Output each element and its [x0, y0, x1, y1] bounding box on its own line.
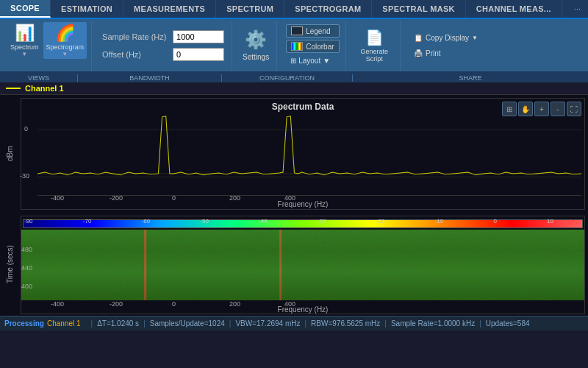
sample-rate-input[interactable]: [173, 30, 224, 43]
status-samples: Samples/Update=1024: [150, 319, 225, 328]
y-tick-0: 0: [24, 125, 28, 132]
spectrogram-view-icon: 🌈: [55, 24, 75, 43]
spectrogram-view-button[interactable]: 🌈 Spectrogram ▼: [43, 22, 87, 59]
copy-display-button[interactable]: 📋 Copy Display ▼: [411, 32, 481, 43]
zoom-out-tool[interactable]: -: [551, 102, 565, 116]
tab-overflow-button[interactable]: ···: [567, 0, 588, 18]
tab-spectral-mask[interactable]: SPECTRAL MASK: [372, 0, 465, 18]
spectrum-x-axis-label: Frequency (Hz): [21, 200, 584, 208]
status-updates: Updates=584: [486, 319, 530, 328]
layout-label: Layout: [298, 57, 320, 65]
layout-icon: ⊞: [290, 57, 296, 65]
tab-scope[interactable]: SCOPE: [0, 0, 51, 18]
sample-rate-label: Sample Rate (Hz): [102, 32, 168, 41]
offset-input[interactable]: [173, 48, 224, 61]
layout-arrow-icon: ▼: [323, 57, 330, 65]
status-delta-t: ΔT=1.0240 s: [97, 319, 139, 328]
share-section-label: SHARE: [353, 74, 588, 82]
plot-tools: ⊞ ✋ + - ⛶: [502, 102, 581, 116]
status-sep-5: |: [384, 319, 387, 328]
legend-label: Legend: [306, 27, 330, 35]
status-processing: Processing: [4, 319, 44, 328]
colorbar-unit: dBm: [567, 219, 581, 226]
spectrogram-y-axis-label: Time (secs): [0, 213, 21, 316]
tab-estimation[interactable]: ESTIMATION: [51, 0, 123, 18]
bandwidth-section-label: BANDWIDTH: [78, 74, 222, 82]
copy-display-label: Copy Display: [426, 34, 469, 42]
status-sep-2: |: [143, 319, 146, 328]
colorbar-button[interactable]: Colorbar: [286, 40, 339, 53]
spectrogram-plot-area[interactable]: dBm -80 -70 -60 -50 -40 -30 -20 -10 0 10: [21, 216, 585, 314]
status-channel: Channel 1: [47, 319, 81, 328]
offset-row: Offset (Hz): [102, 48, 224, 61]
configuration-section-label: CONFIGURATION: [222, 74, 353, 82]
spectrogram-plot-container: Time (secs) dBm -80 -70 -60 -50 -40 -30 …: [0, 213, 588, 316]
tab-channel-meas[interactable]: CHANNEL MEAS...: [466, 0, 562, 18]
print-button[interactable]: 🖨️ Print: [411, 48, 481, 59]
spectrum-y-axis-label: dBm: [0, 95, 21, 213]
generate-script-label: GenerateScript: [361, 48, 389, 63]
copy-display-arrow: ▼: [472, 35, 478, 41]
svg-rect-4: [21, 230, 584, 300]
status-bar: Processing Channel 1 | ΔT=1.0240 s | Sam…: [0, 316, 588, 330]
status-sep-4: |: [304, 319, 306, 328]
print-icon: 🖨️: [414, 49, 423, 57]
y-tick-400: 400: [21, 283, 32, 290]
colorbar-icon: [291, 42, 303, 51]
status-sep-3: |: [229, 319, 232, 328]
spectrogram-x-axis-label: Frequency (Hz): [21, 305, 584, 314]
zoom-in-tool[interactable]: +: [534, 102, 549, 116]
status-sample-rate: Sample Rate=1.0000 kHz: [391, 319, 475, 328]
channel-label-text: Channel 1: [25, 84, 64, 93]
spectrum-view-button[interactable]: 📊 Spectrum ▼: [7, 22, 42, 59]
full-view-tool[interactable]: ⛶: [567, 102, 581, 116]
settings-label: Settings: [243, 53, 269, 61]
layout-button[interactable]: ⊞ Layout ▼: [286, 55, 339, 66]
y-tick-480: 480: [21, 246, 32, 253]
legend-icon: [291, 26, 303, 35]
legend-button[interactable]: Legend: [286, 24, 339, 38]
settings-icon: ⚙️: [245, 29, 267, 50]
status-vbw: VBW=17.2694 mHz: [235, 319, 300, 328]
tab-spectrum[interactable]: SPECTRUM: [216, 0, 284, 18]
tab-bar: SCOPE ESTIMATION MEASUREMENTS SPECTRUM S…: [0, 0, 588, 19]
views-section-label: VIEWS: [0, 74, 78, 82]
zoom-fit-tool[interactable]: ⊞: [502, 102, 517, 116]
status-sep-1: |: [91, 319, 93, 328]
spectrum-plot-area[interactable]: Spectrum Data 0 -30 -400 -200 0 200 400 …: [21, 98, 585, 210]
copy-display-icon: 📋: [414, 34, 423, 42]
channel-color-line: [6, 88, 21, 89]
y-tick-440: 440: [21, 264, 32, 272]
spectrum-plot-title: Spectrum Data: [21, 102, 584, 112]
y-tick-30: -30: [20, 172, 29, 180]
spectrogram-image: [21, 230, 584, 300]
generate-script-icon: 📄: [365, 29, 384, 46]
generate-script-button[interactable]: 📄 GenerateScript: [356, 26, 393, 65]
print-label: Print: [426, 49, 441, 57]
spectrum-view-icon: 📊: [15, 24, 35, 43]
offset-label: Offset (Hz): [102, 50, 168, 59]
spectrum-view-arrow: ▼: [21, 51, 27, 57]
tab-spectrogram[interactable]: SPECTROGRAM: [284, 0, 372, 18]
spectrogram-view-label: Spectrogram: [46, 43, 85, 51]
pan-tool[interactable]: ✋: [518, 102, 533, 116]
colorbar-label: Colorbar: [306, 43, 334, 51]
spectrum-plot-container: dBm Spectrum Data 0 -30 -400 -200 0 200 …: [0, 95, 588, 213]
status-rbw: RBW=976.5625 mHz: [311, 319, 380, 328]
tab-measurements[interactable]: MEASUREMENTS: [123, 0, 216, 18]
sample-rate-row: Sample Rate (Hz): [102, 30, 224, 43]
spectrogram-view-arrow: ▼: [62, 51, 68, 57]
status-sep-6: |: [479, 319, 481, 328]
spectrum-svg: [37, 113, 581, 191]
spectrum-view-label: Spectrum: [10, 43, 39, 51]
channel-label-bar: Channel 1: [0, 82, 588, 95]
colorbar-ticks: -80 -70 -60 -50 -40 -30 -20 -10 0 10: [23, 218, 555, 228]
